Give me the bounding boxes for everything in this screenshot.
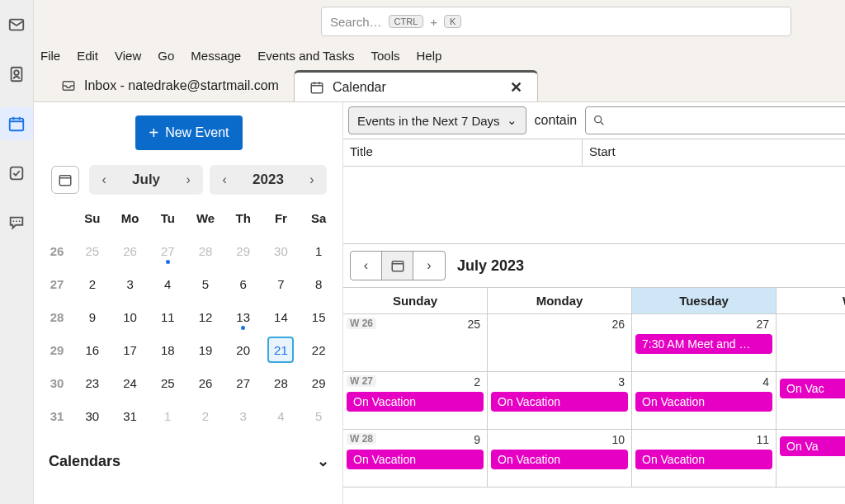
col-title[interactable]: Title	[343, 139, 583, 166]
mini-day-cell[interactable]: 18	[149, 333, 186, 366]
big-dow: W	[777, 288, 845, 314]
mini-day-cell[interactable]: 4	[262, 399, 300, 432]
mini-day-cell[interactable]: 5	[186, 267, 224, 300]
events-range-dropdown[interactable]: Events in the Next 7 Days ⌄	[348, 106, 526, 134]
mini-day-cell[interactable]: 23	[73, 366, 111, 399]
big-next-button[interactable]: ›	[413, 252, 445, 280]
mini-day-cell[interactable]: 12	[186, 300, 224, 333]
mini-day-cell[interactable]: 22	[300, 333, 338, 366]
mini-day-cell[interactable]: 13	[224, 300, 262, 333]
rail-tasks-icon[interactable]	[0, 157, 33, 190]
menu-file[interactable]: File	[40, 49, 60, 63]
mini-day-cell[interactable]: 19	[186, 333, 224, 366]
rail-chat-icon[interactable]	[0, 206, 33, 239]
mini-day-cell[interactable]: 25	[73, 234, 111, 267]
month-cell[interactable]: 4On Vacation	[632, 372, 777, 430]
tab-calendar[interactable]: Calendar ✕	[294, 70, 538, 101]
mini-week-number: 30	[40, 366, 73, 399]
col-start[interactable]: Start	[583, 139, 622, 166]
big-prev-button[interactable]: ‹	[351, 252, 382, 280]
mini-day-cell[interactable]: 11	[149, 300, 186, 333]
month-cell[interactable]: 277:30 AM Meet and …	[632, 314, 777, 372]
prev-month-button[interactable]: ‹	[89, 165, 119, 195]
month-cell[interactable]	[777, 314, 845, 372]
mini-day-cell[interactable]: 7	[262, 267, 300, 300]
mini-dow: Mo	[111, 201, 149, 234]
mini-day-cell[interactable]: 28	[262, 366, 300, 399]
month-cell[interactable]: 3On Vacation	[488, 372, 632, 430]
mini-day-cell[interactable]: 20	[224, 333, 262, 366]
month-cell[interactable]: W 289On Vacation	[343, 430, 488, 488]
calendar-event[interactable]: On Vacation	[491, 392, 628, 412]
mini-day-cell[interactable]: 5	[300, 399, 338, 432]
calendar-event[interactable]: 7:30 AM Meet and …	[635, 334, 772, 354]
month-cell-date: 26	[489, 316, 630, 332]
mini-day-cell[interactable]: 30	[262, 234, 300, 267]
month-cell-date: 10	[489, 431, 630, 448]
calendar-event[interactable]: On Vacation	[347, 450, 484, 469]
new-event-button[interactable]: + New Event	[135, 115, 243, 150]
menu-tools[interactable]: Tools	[371, 49, 399, 63]
calendars-section-header[interactable]: Calendars ⌄	[40, 449, 338, 473]
mini-day-cell[interactable]: 10	[111, 300, 149, 333]
mini-day-cell[interactable]: 29	[224, 234, 262, 267]
mini-day-cell[interactable]: 26	[186, 366, 224, 399]
mini-day-cell[interactable]: 16	[73, 333, 111, 366]
next-month-button[interactable]: ›	[173, 165, 203, 195]
mini-day-cell[interactable]: 4	[149, 267, 186, 300]
tab-inbox[interactable]: Inbox - natedrake@startmail.com	[46, 70, 294, 101]
mini-day-cell[interactable]: 14	[262, 300, 300, 333]
mini-day-cell[interactable]: 2	[73, 267, 111, 300]
month-cell[interactable]: 26	[488, 314, 632, 372]
mini-day-cell[interactable]: 17	[111, 333, 149, 366]
calendar-event[interactable]: On Vacation	[635, 450, 772, 469]
rail-address-book-icon[interactable]	[0, 58, 33, 91]
filter-search-input[interactable]	[585, 106, 845, 134]
menu-view[interactable]: View	[115, 49, 141, 63]
calendar-event[interactable]: On Vacation	[347, 392, 484, 412]
mini-day-cell[interactable]: 27	[224, 366, 262, 399]
prev-year-button[interactable]: ‹	[210, 165, 239, 195]
next-year-button[interactable]: ›	[297, 165, 327, 195]
month-cell[interactable]: On Va	[777, 430, 845, 488]
mini-day-cell[interactable]: 3	[111, 267, 149, 300]
mini-day-cell[interactable]: 30	[73, 399, 111, 432]
big-today-button[interactable]	[382, 252, 413, 280]
mini-day-cell[interactable]: 26	[111, 234, 149, 267]
mini-day-cell[interactable]: 6	[224, 267, 262, 300]
mini-day-cell[interactable]: 1	[149, 399, 186, 432]
menu-go[interactable]: Go	[158, 49, 174, 63]
mini-day-cell[interactable]: 29	[300, 366, 338, 399]
calendar-event[interactable]: On Va	[780, 436, 845, 456]
menu-message[interactable]: Message	[191, 49, 241, 63]
global-search-input[interactable]: Search… CTRL + K	[321, 7, 791, 36]
chevron-down-icon: ⌄	[317, 452, 329, 470]
menu-events-tasks[interactable]: Events and Tasks	[257, 49, 354, 63]
month-cell[interactable]: 11On Vacation	[632, 430, 777, 488]
menu-help[interactable]: Help	[417, 49, 442, 63]
mini-day-cell[interactable]: 24	[111, 366, 149, 399]
mini-day-cell[interactable]: 3	[224, 399, 262, 432]
mini-day-cell[interactable]: 28	[186, 234, 224, 267]
menu-edit[interactable]: Edit	[77, 49, 98, 63]
mini-day-cell[interactable]: 1	[300, 234, 338, 267]
calendar-event[interactable]: On Vacation	[635, 392, 772, 412]
mini-day-cell[interactable]: 8	[300, 267, 338, 300]
month-cell[interactable]: 10On Vacation	[488, 430, 632, 488]
mini-day-cell[interactable]: 2	[186, 399, 224, 432]
calendar-event[interactable]: On Vac	[780, 379, 845, 398]
rail-calendar-icon[interactable]	[0, 107, 33, 140]
tab-close-icon[interactable]: ✕	[510, 78, 522, 97]
mini-day-cell[interactable]: 15	[300, 300, 338, 333]
rail-mail-icon[interactable]	[0, 8, 33, 41]
mini-day-cell[interactable]: 31	[111, 399, 149, 432]
month-cell[interactable]: W 272On Vacation	[343, 372, 488, 430]
mini-day-cell[interactable]: 27	[149, 234, 186, 267]
mini-day-cell[interactable]: 9	[73, 300, 111, 333]
month-cell[interactable]: W 2625	[343, 314, 488, 372]
month-cell[interactable]: On Vac	[777, 372, 845, 430]
mini-day-cell[interactable]: 25	[149, 366, 186, 399]
today-button[interactable]	[51, 166, 79, 194]
mini-day-cell[interactable]: 21	[262, 333, 300, 366]
calendar-event[interactable]: On Vacation	[491, 450, 628, 469]
